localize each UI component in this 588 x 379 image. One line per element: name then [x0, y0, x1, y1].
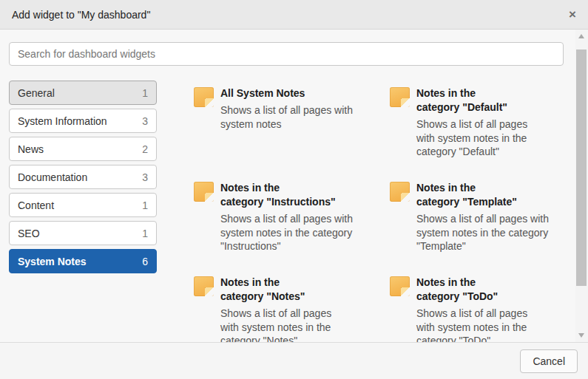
widget-description: Shows a list of all pages with system no… [416, 307, 585, 342]
widget-description: Shows a list of all pages with system no… [220, 212, 389, 253]
sidebar-item-system-information[interactable]: System Information 3 [9, 109, 157, 133]
sidebar-item-label: SEO [18, 228, 40, 239]
sidebar-item-system-notes[interactable]: System Notes 6 [9, 249, 157, 273]
widget-notes-category-notes[interactable]: Notes in the category "Notes" Shows a li… [194, 276, 390, 342]
add-widget-dialog: Add widget to "My dashboard" × General 1… [0, 0, 588, 379]
widget-title: Notes in the category "Template" [416, 181, 585, 209]
widget-notes-category-todo[interactable]: Notes in the category "ToDo" Shows a lis… [390, 276, 586, 342]
widget-title: Notes in the category "Default" [416, 86, 585, 115]
sidebar-item-count: 3 [142, 115, 148, 127]
widget-notes-category-default[interactable]: Notes in the category "Default" Shows a … [390, 86, 586, 181]
sidebar-item-count: 6 [142, 256, 148, 267]
sticky-note-icon [390, 182, 410, 202]
widget-description: Shows a list of all pages with system no… [220, 307, 389, 342]
widget-title: All System Notes [220, 86, 389, 100]
sidebar-item-count: 1 [142, 87, 148, 99]
sticky-note-icon [390, 276, 410, 296]
sidebar-item-content[interactable]: Content 1 [9, 193, 157, 217]
sidebar-item-count: 2 [142, 143, 148, 155]
widget-title: Notes in the category "Notes" [220, 276, 389, 304]
scroll-down-icon[interactable] [578, 333, 584, 338]
sticky-note-icon [390, 87, 410, 107]
widget-description: Shows a list of all pages with system no… [416, 212, 585, 253]
sidebar-item-seo[interactable]: SEO 1 [9, 221, 157, 245]
sidebar-item-label: Documentation [18, 171, 87, 183]
sidebar-item-label: System Information [18, 115, 107, 127]
close-icon[interactable]: × [569, 8, 576, 21]
sidebar-item-count: 1 [142, 228, 148, 239]
cancel-button[interactable]: Cancel [520, 349, 578, 373]
sidebar-item-count: 3 [142, 171, 148, 183]
scrollbar-thumb[interactable] [576, 49, 587, 286]
sidebar-item-documentation[interactable]: Documentation 3 [9, 165, 157, 189]
widget-notes-category-instructions[interactable]: Notes in the category "Instructions" Sho… [194, 181, 390, 276]
category-sidebar: General 1 System Information 3 News 2 Do… [9, 81, 157, 277]
sidebar-item-label: General [18, 87, 55, 99]
widget-notes-category-template[interactable]: Notes in the category "Template" Shows a… [390, 181, 586, 276]
scroll-up-icon[interactable] [578, 34, 584, 38]
widget-title: Notes in the category "ToDo" [416, 276, 585, 304]
widget-description: Shows a list of all pages with system no… [220, 103, 389, 131]
sidebar-item-label: News [18, 143, 44, 155]
widget-title: Notes in the category "Instructions" [220, 181, 389, 209]
sticky-note-icon [194, 276, 214, 296]
search-input[interactable] [9, 42, 564, 66]
sidebar-item-label: Content [18, 199, 54, 211]
dialog-body: General 1 System Information 3 News 2 Do… [0, 30, 588, 342]
sidebar-item-news[interactable]: News 2 [9, 137, 157, 161]
sidebar-item-general[interactable]: General 1 [9, 81, 157, 105]
widget-list: All System Notes Shows a list of all pag… [194, 86, 586, 342]
dialog-title: Add widget to "My dashboard" [12, 9, 150, 21]
sticky-note-icon [194, 87, 214, 107]
sidebar-item-label: System Notes [18, 256, 87, 267]
widget-all-system-notes[interactable]: All System Notes Shows a list of all pag… [194, 86, 390, 181]
sticky-note-icon [194, 182, 214, 202]
widget-description: Shows a list of all pages with system no… [416, 117, 585, 159]
dialog-header: Add widget to "My dashboard" × [0, 0, 588, 30]
sidebar-item-count: 1 [142, 199, 148, 211]
dialog-footer: Cancel [0, 342, 588, 379]
vertical-scrollbar[interactable] [575, 30, 588, 342]
